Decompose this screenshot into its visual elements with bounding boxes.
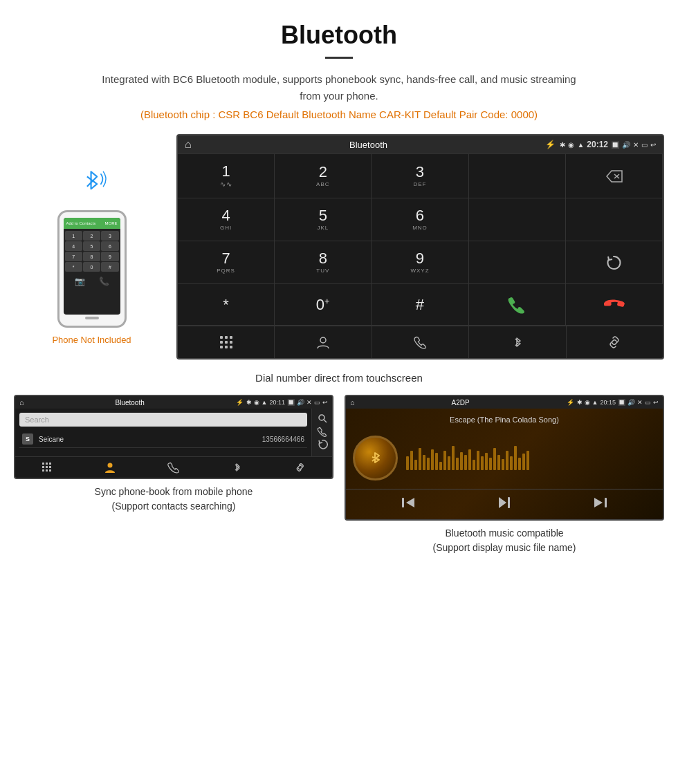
volume-icon[interactable]: 🔊 [622,141,630,149]
pb-contact-row[interactable]: S Seicane 13566664466 [19,431,307,448]
status-time: 20:12 [587,140,608,149]
pb-nav-contacts[interactable] [79,461,143,474]
wifi-icon: ▲ [577,141,584,149]
dial-key-hash[interactable]: # [372,284,468,326]
pb-call-icon[interactable] [317,426,328,439]
phone-home-button [85,317,99,319]
pb-back-icon[interactable]: ↩ [322,399,328,406]
dial-key-6[interactable]: 6 MNO [372,198,468,241]
svg-line-13 [324,420,327,422]
music-volume-icon[interactable]: 🔊 [627,399,635,406]
mini-key: 1 [65,231,82,241]
dial-key-empty-2 [566,198,663,241]
music-bar [510,456,513,470]
pb-nav-dialpad[interactable] [15,461,79,474]
nav-phone[interactable] [372,326,469,358]
svg-marker-26 [499,497,506,508]
pb-dialpad-icon [42,462,53,473]
nav-contacts[interactable] [275,326,372,358]
dial-key-4[interactable]: 4 GHI [178,198,275,241]
pb-sidebar [311,409,332,456]
dial-key-7[interactable]: 7 PQRS [178,241,275,284]
dial-key-call-green[interactable] [469,284,566,326]
pb-status-icons: ✱ ◉ ▲ 20:11 🔲 🔊 ✕ ▭ ↩ [246,399,328,406]
svg-point-12 [319,415,324,420]
contact-phone: 13566664466 [262,436,304,443]
music-bar [522,454,525,470]
music-bar [477,451,479,470]
pb-refresh-icon[interactable] [317,439,328,452]
pb-contacts-icon [104,461,116,474]
home-icon[interactable]: ⌂ [185,138,192,151]
dial-key-backspace[interactable] [566,154,663,198]
pb-status-bar: ⌂ Bluetooth ⚡ ✱ ◉ ▲ 20:11 🔲 🔊 ✕ ▭ ↩ [15,396,332,409]
pb-nav-phone[interactable] [142,461,205,474]
music-bar [406,456,409,470]
pb-volume-icon[interactable]: 🔊 [297,399,304,406]
dialpad-grid: 1 ∿∿ 2 ABC 3 DEF [178,153,663,326]
camera-icon[interactable]: 🔲 [611,141,619,149]
pb-screen-icon[interactable]: ▭ [314,399,320,406]
nav-dialpad[interactable] [178,326,275,358]
svg-rect-20 [42,469,44,472]
page-title: Bluetooth [14,21,664,50]
music-bar [489,458,492,470]
bluetooth-icon [510,335,525,350]
music-info [406,446,656,470]
music-back-icon[interactable]: ↩ [653,399,659,406]
music-screen-icon[interactable]: ▭ [645,399,651,406]
dial-key-star[interactable]: * [178,284,275,326]
svg-rect-22 [49,469,51,472]
music-bar [431,449,434,470]
dial-key-9[interactable]: 9 WXYZ [372,241,468,284]
mini-key: 3 [101,231,118,241]
dial-bottom-nav [178,326,663,358]
music-bar [414,460,417,470]
music-usb-icon: ⚡ [567,399,574,406]
mini-key: 8 [83,252,100,261]
bottom-screenshots: ⌂ Bluetooth ⚡ ✱ ◉ ▲ 20:11 🔲 🔊 ✕ ▭ ↩ [14,395,664,555]
play-pause-button[interactable] [497,495,512,514]
phone-screen: Add to Contacts MORE 1 2 3 4 5 6 7 8 [64,218,120,315]
next-button[interactable] [593,495,608,514]
nav-link[interactable] [567,326,663,358]
phone-illustration: Add to Contacts MORE 1 2 3 4 5 6 7 8 [57,162,127,328]
dial-key-2[interactable]: 2 ABC [275,154,372,198]
close-icon[interactable]: ✕ [633,141,639,149]
back-icon[interactable]: ↩ [650,141,656,149]
music-close-icon[interactable]: ✕ [637,399,643,406]
status-icons: ✱ ◉ ▲ 20:12 🔲 🔊 ✕ ▭ ↩ [560,140,656,149]
pb-nav-bluetooth[interactable] [205,461,269,474]
dial-key-1[interactable]: 1 ∿∿ [178,154,275,198]
music-camera-icon[interactable]: 🔲 [618,399,625,406]
title-divider [325,57,353,59]
dial-key-0[interactable]: 0+ [275,284,372,326]
pb-nav-link[interactable] [268,461,332,474]
pb-search-bar[interactable]: Search [19,413,307,427]
music-home-icon[interactable]: ⌂ [350,398,355,407]
svg-marker-28 [594,498,603,507]
pb-screen-title: Bluetooth [27,399,233,407]
dial-key-5[interactable]: 5 JKL [275,198,372,241]
music-caption-text: Bluetooth music compatible(Support displ… [433,528,576,553]
phonebook-caption: Sync phone-book from mobile phone(Suppor… [95,485,253,514]
dial-key-8[interactable]: 8 TUV [275,241,372,284]
dial-key-refresh[interactable] [566,241,663,284]
pb-camera-icon[interactable]: 🔲 [287,399,295,406]
pb-close-icon[interactable]: ✕ [306,399,312,406]
screen-icon[interactable]: ▭ [641,141,648,149]
dial-key-call-red[interactable] [566,284,663,326]
music-bar [419,448,421,470]
next-icon [593,495,608,510]
music-bar [497,455,500,470]
pb-home-icon[interactable]: ⌂ [19,398,24,407]
prev-button[interactable] [401,495,416,514]
pb-search-icon[interactable] [317,413,328,426]
dial-key-3[interactable]: 3 DEF [372,154,468,198]
music-bar [435,453,438,470]
pb-link-icon [294,461,306,474]
nav-bluetooth[interactable] [469,326,566,358]
dial-key-display [469,154,566,198]
music-bar [427,458,430,470]
phonebook-screen: ⌂ Bluetooth ⚡ ✱ ◉ ▲ 20:11 🔲 🔊 ✕ ▭ ↩ [14,395,333,479]
